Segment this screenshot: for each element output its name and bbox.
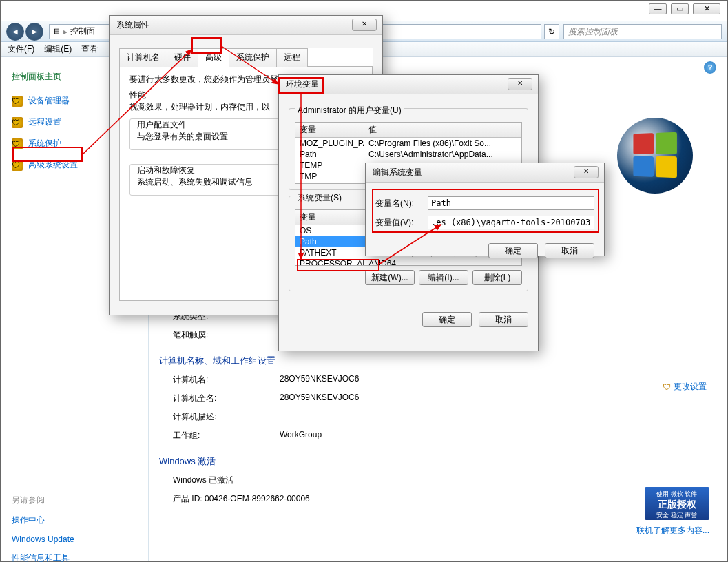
computer-name-section: 计算机名称、域和工作组设置 bbox=[159, 355, 714, 367]
shield-icon bbox=[12, 117, 23, 128]
genuine-line2: 正版授权 bbox=[647, 499, 707, 511]
editvar-ok-button[interactable]: 确定 bbox=[488, 243, 538, 258]
computer-name-value: 28OY59NKSEVJOC6 bbox=[280, 374, 359, 386]
menu-view[interactable]: 查看 bbox=[81, 43, 98, 55]
sysprops-tabs: 计算机名 硬件 高级 系统保护 远程 bbox=[119, 48, 373, 67]
dialog-title: 编辑系统变量 bbox=[366, 163, 604, 183]
genuine-badge[interactable]: 使用 微软 软件 正版授权 安全 稳定 声誉 bbox=[645, 487, 709, 520]
delete-button[interactable]: 删除(L) bbox=[472, 270, 522, 285]
see-also-title: 另请参阅 bbox=[12, 495, 137, 506]
back-forward-group: ◄ ► bbox=[6, 23, 43, 41]
col-header-variable[interactable]: 变量 bbox=[295, 123, 364, 137]
forward-button[interactable]: ► bbox=[25, 23, 43, 41]
shield-icon bbox=[663, 382, 672, 392]
full-name-label: 计算机全名: bbox=[173, 393, 280, 404]
window-close-button[interactable]: ✕ bbox=[693, 3, 720, 14]
product-id: 产品 ID: 00426-OEM-8992662-00006 bbox=[173, 493, 310, 505]
dialog-title: 系统属性 bbox=[110, 16, 382, 35]
tab-computer-name[interactable]: 计算机名 bbox=[119, 48, 167, 67]
sidebar-item-label: 系统保护 bbox=[28, 138, 61, 149]
tab-remote[interactable]: 远程 bbox=[276, 48, 308, 67]
shield-icon bbox=[12, 160, 23, 171]
computer-name-label: 计算机名: bbox=[173, 374, 280, 386]
full-name-value: 28OY59NKSEVJOC6 bbox=[280, 393, 359, 404]
variable-value-label: 变量值(V): bbox=[375, 217, 428, 229]
dialog-close-button[interactable]: ✕ bbox=[352, 19, 377, 31]
shield-icon bbox=[12, 96, 23, 107]
refresh-button[interactable]: ↻ bbox=[544, 24, 559, 39]
activation-section: Windows 激活 bbox=[159, 455, 714, 468]
see-also-windows-update[interactable]: Windows Update bbox=[12, 534, 137, 544]
variable-name-input[interactable] bbox=[428, 196, 594, 210]
tab-advanced[interactable]: 高级 bbox=[198, 48, 229, 67]
workgroup-label: 工作组: bbox=[173, 430, 280, 441]
envvar-cancel-button[interactable]: 取消 bbox=[479, 312, 528, 327]
learn-more-online-link[interactable]: 联机了解更多内容... bbox=[636, 525, 709, 537]
tab-hardware[interactable]: 硬件 bbox=[167, 48, 198, 67]
edit-button[interactable]: 编辑(I)... bbox=[419, 270, 468, 285]
breadcrumb-separator: ▸ bbox=[63, 27, 67, 37]
minimize-button[interactable]: — bbox=[649, 3, 667, 14]
search-input[interactable]: 搜索控制面板 bbox=[563, 24, 722, 39]
table-row[interactable]: MOZ_PLUGIN_PATHC:\Program Files (x86)\Fo… bbox=[295, 138, 521, 149]
sidebar-item-label: 设备管理器 bbox=[28, 95, 70, 107]
see-also-action-center[interactable]: 操作中心 bbox=[12, 514, 137, 526]
change-settings-link[interactable]: 更改设置 bbox=[663, 381, 707, 393]
genuine-line1: 使用 微软 软件 bbox=[647, 490, 707, 499]
see-also-perf-info[interactable]: 性能信息和工具 bbox=[12, 552, 137, 562]
new-button[interactable]: 新建(W)... bbox=[365, 270, 415, 285]
window-controls: — ▭ ✕ bbox=[649, 3, 720, 14]
dialog-title: 环境变量 bbox=[279, 75, 538, 94]
activation-status: Windows 已激活 bbox=[173, 475, 233, 486]
breadcrumb-item[interactable]: 控制面 bbox=[70, 25, 95, 37]
description-label: 计算机描述: bbox=[173, 411, 280, 423]
dialog-close-button[interactable]: ✕ bbox=[574, 166, 599, 178]
user-vars-legend: Administrator 的用户变量(U) bbox=[295, 105, 404, 115]
edit-system-variable-dialog: 编辑系统变量 ✕ 变量名(N): 变量值(V): 确定 取消 bbox=[365, 163, 605, 256]
dialog-close-button[interactable]: ✕ bbox=[508, 78, 532, 90]
maximize-button[interactable]: ▭ bbox=[671, 3, 689, 14]
envvar-ok-button[interactable]: 确定 bbox=[422, 312, 472, 327]
change-settings-label: 更改设置 bbox=[674, 382, 707, 391]
sidebar-item-label: 远程设置 bbox=[28, 116, 61, 128]
sidebar-item-label: 高级系统设置 bbox=[28, 159, 78, 171]
col-header-variable[interactable]: 变量 bbox=[295, 210, 364, 225]
variable-name-label: 变量名(N): bbox=[375, 198, 428, 209]
menu-edit[interactable]: 编辑(E) bbox=[44, 43, 72, 55]
tab-system-protect[interactable]: 系统保护 bbox=[229, 48, 277, 67]
table-row[interactable]: PathC:\Users\Administrator\AppData... bbox=[295, 149, 521, 160]
shield-icon bbox=[12, 138, 23, 149]
system-vars-legend: 系统变量(S) bbox=[295, 193, 344, 202]
back-button[interactable]: ◄ bbox=[6, 23, 24, 41]
workgroup-value: WorkGroup bbox=[280, 430, 322, 441]
variable-value-input[interactable] bbox=[428, 216, 594, 229]
col-header-value[interactable]: 值 bbox=[364, 123, 521, 137]
genuine-line3: 安全 稳定 声誉 bbox=[647, 511, 707, 520]
help-icon[interactable]: ? bbox=[704, 61, 716, 74]
menu-file[interactable]: 文件(F) bbox=[8, 43, 34, 55]
computer-icon: 🖥 bbox=[52, 27, 61, 37]
editvar-cancel-button[interactable]: 取消 bbox=[545, 243, 594, 258]
windows-logo bbox=[617, 118, 707, 200]
